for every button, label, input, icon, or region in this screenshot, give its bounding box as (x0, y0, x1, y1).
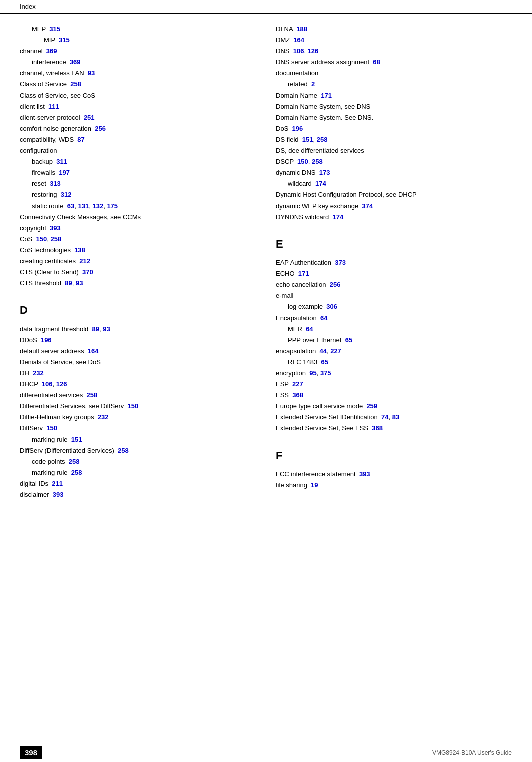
index-entry: Europe type call service mode 259 (276, 401, 512, 412)
index-entry: DS field 151, 258 (276, 134, 512, 146)
page-number: 132 (92, 202, 104, 210)
footer-page-number: 398 (20, 746, 42, 759)
page-number: 258 (72, 469, 82, 476)
page-number: 138 (74, 246, 86, 254)
index-entry: disclaimer 393 (20, 490, 256, 500)
index-entry: CoS technologies 138 (20, 245, 256, 256)
page-number: 196 (41, 336, 52, 344)
index-entry: DiffServ (Differentiated Services) 258 (20, 446, 256, 456)
page-number: 150 (128, 402, 139, 410)
page-number: 315 (50, 26, 60, 33)
page-number: 95 (310, 370, 316, 377)
page-number: 89 (65, 280, 72, 287)
index-entry: Connectivity Check Messages, see CCMs (20, 212, 256, 223)
page-number: 87 (78, 136, 84, 144)
index-entry: encapsulation 44, 227 (276, 346, 512, 357)
index-entry: log example 306 (276, 302, 512, 312)
section-letter: D (20, 301, 256, 320)
page-number: 370 (82, 268, 94, 276)
index-entry: reset 313 (20, 178, 256, 190)
page-number: 227 (330, 348, 342, 355)
page-number: 151 (72, 436, 82, 444)
index-entry: digital IDs 211 (20, 478, 256, 490)
page-number: 312 (61, 191, 72, 198)
page-number: 106 (294, 48, 304, 55)
page-number: 368 (292, 392, 304, 399)
index-entry: DYNDNS wildcard 174 (276, 212, 512, 223)
index-entry: comfort noise generation 256 (20, 124, 256, 134)
index-entry: CoS 150, 258 (20, 234, 256, 245)
index-entry: Diffie-Hellman key groups 232 (20, 412, 256, 423)
page-number: 258 (86, 392, 98, 399)
page-number: 89 (92, 326, 100, 333)
index-entry: interference 369 (20, 57, 256, 68)
header-title: Index (20, 3, 36, 10)
page-number: 232 (98, 414, 109, 421)
page-number: 93 (88, 70, 95, 77)
index-entry: copyright 393 (20, 223, 256, 234)
page-number: 313 (50, 180, 61, 188)
page-footer: 398 VMG8924-B10A User's Guide (0, 743, 532, 762)
index-entry: documentation (276, 68, 512, 79)
index-entry: dynamic DNS 173 (276, 168, 512, 178)
page-number: 19 (311, 482, 318, 489)
index-entry: marking rule 151 (20, 434, 256, 446)
index-entry: firewalls 197 (20, 168, 256, 178)
page-number: 232 (33, 370, 44, 377)
page-number: 151 (302, 136, 314, 144)
index-entry: Extended Service Set IDentification 74, … (276, 412, 512, 423)
index-entry: CTS (Clear to Send) 370 (20, 267, 256, 278)
page-number: 369 (70, 58, 81, 66)
index-entry: ECHO 171 (276, 268, 512, 280)
page-number: 171 (321, 92, 332, 100)
page-number: 212 (80, 258, 90, 265)
index-entry: marking rule 258 (20, 468, 256, 478)
page-number: 2 (312, 80, 315, 88)
index-entry: client list 111 (20, 102, 256, 112)
index-entry: dynamic WEP key exchange 374 (276, 201, 512, 212)
index-entry: Class of Service, see CoS (20, 90, 256, 102)
index-entry: DSCP 150, 258 (276, 156, 512, 168)
page-number: 258 (50, 236, 62, 243)
page-number: 197 (59, 169, 70, 176)
page-number: 65 (321, 358, 328, 366)
page-number: 251 (84, 114, 95, 122)
page-number: 258 (69, 458, 80, 466)
page-number: 126 (308, 48, 319, 55)
page-number: 93 (76, 280, 83, 287)
page-number: 64 (306, 326, 313, 333)
page-number: 131 (78, 202, 90, 210)
index-entry: DNS server address assignment 68 (276, 57, 512, 68)
page-number: 175 (107, 202, 118, 210)
page-number: 258 (118, 447, 129, 454)
right-column: DLNA 188DMZ 164DNS 106, 126DNS server ad… (276, 24, 512, 500)
page-number: 211 (52, 480, 63, 488)
index-entry: e-mail (276, 290, 512, 302)
index-entry: backup 311 (20, 156, 256, 168)
page-header: Index (0, 0, 532, 14)
page-number: 375 (320, 370, 332, 377)
page-number: 393 (360, 470, 370, 478)
index-entry: creating certificates 212 (20, 256, 256, 267)
index-entry: ESP 227 (276, 379, 512, 390)
page-number: 111 (48, 103, 60, 110)
index-entry: PPP over Ethernet 65 (276, 335, 512, 346)
index-entry: MEP 315 (20, 24, 256, 35)
index-entry: Domain Name System. See DNS. (276, 112, 512, 124)
page-number: 164 (88, 348, 99, 355)
page-number: 63 (68, 202, 74, 210)
page-number: 393 (50, 224, 61, 232)
index-entry: DiffServ 150 (20, 423, 256, 434)
index-entry: code points 258 (20, 456, 256, 468)
page-number: 68 (373, 58, 380, 66)
section-letter: E (276, 235, 512, 254)
page-number: 188 (296, 26, 308, 33)
index-entry: Differentiated Services, see DiffServ 15… (20, 401, 256, 412)
page-number: 173 (320, 169, 330, 176)
page-number: 258 (317, 136, 328, 144)
page-number: 256 (330, 281, 341, 288)
index-entry: Denials of Service, see DoS (20, 357, 256, 368)
index-entry: channel, wireless LAN 93 (20, 68, 256, 79)
index-entry: default server address 164 (20, 346, 256, 357)
index-entry: client-server protocol 251 (20, 112, 256, 124)
